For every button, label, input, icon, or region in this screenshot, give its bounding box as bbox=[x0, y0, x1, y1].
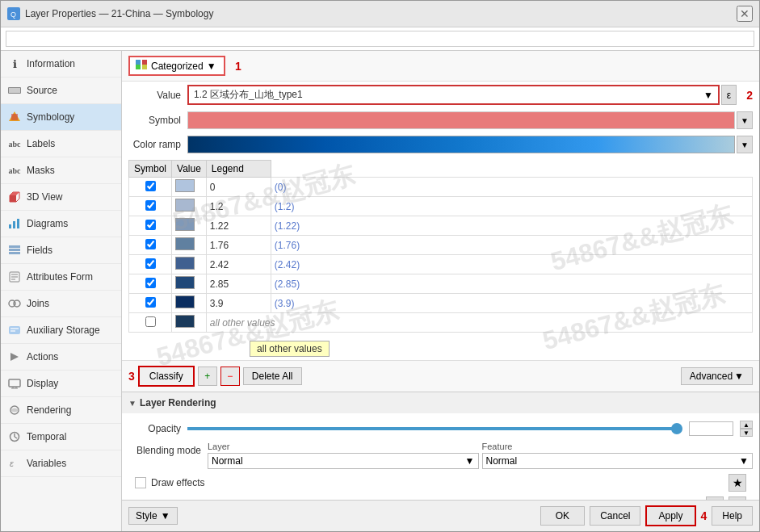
value-input-text: 1.2 区域分布_山地_type1 bbox=[194, 88, 303, 102]
sidebar-item-variables[interactable]: ε Variables bbox=[1, 450, 121, 477]
actions-icon bbox=[7, 350, 22, 364]
sidebar-item-attributesform[interactable]: Attributes Form bbox=[1, 264, 121, 291]
row-checkbox[interactable] bbox=[145, 278, 156, 288]
advanced-button[interactable]: Advanced ▼ bbox=[681, 367, 753, 385]
color-swatch[interactable] bbox=[175, 257, 195, 270]
sidebar-label-rendering: Rendering bbox=[27, 404, 71, 416]
title-bar-left: Q Layer Properties — 21-China — Symbolog… bbox=[7, 7, 213, 20]
sidebar-item-labels[interactable]: abc Labels bbox=[1, 131, 121, 157]
draw-effects-star-button[interactable]: ★ bbox=[729, 474, 746, 492]
svg-rect-11 bbox=[17, 219, 19, 228]
sidebar-item-temporal[interactable]: Temporal bbox=[1, 424, 121, 450]
blending-row: Blending mode Layer Normal ▼ Feature bbox=[128, 439, 753, 471]
symbol-swatch[interactable] bbox=[187, 111, 735, 129]
add-button[interactable]: + bbox=[198, 367, 217, 386]
epsilon-button[interactable]: ε bbox=[721, 85, 737, 105]
sidebar-item-3dview[interactable]: 3D View bbox=[1, 184, 121, 211]
layer-blend-select[interactable]: Normal ▼ bbox=[208, 453, 479, 469]
row-checkbox[interactable] bbox=[145, 239, 156, 249]
cancel-button[interactable]: Cancel bbox=[590, 506, 640, 526]
color-swatch[interactable] bbox=[175, 276, 195, 289]
delete-all-button[interactable]: Delete All bbox=[243, 367, 302, 385]
sidebar-item-information[interactable]: ℹ Information bbox=[1, 51, 121, 77]
table-header-value: Value bbox=[172, 161, 207, 178]
control-rendering-row: Control feature rendering order ↑ ↓ bbox=[128, 494, 753, 500]
sidebar-item-rendering[interactable]: Rendering bbox=[1, 397, 121, 424]
labels-icon: abc bbox=[7, 136, 22, 151]
legend-cell: (2.85) bbox=[271, 274, 752, 294]
sidebar-label-temporal: Temporal bbox=[27, 431, 66, 442]
sidebar: ℹ Information Source Symbology abc Labe bbox=[1, 51, 122, 531]
annotation-4: 4 bbox=[701, 509, 708, 522]
svg-marker-24 bbox=[10, 353, 19, 361]
svg-text:Q: Q bbox=[10, 10, 16, 19]
opacity-slider[interactable] bbox=[187, 427, 682, 430]
opacity-up-button[interactable]: ▲ bbox=[740, 421, 753, 429]
row-checkbox[interactable] bbox=[145, 200, 156, 211]
check-cell bbox=[129, 197, 172, 216]
help-button[interactable]: Help bbox=[712, 506, 753, 526]
search-input[interactable] bbox=[6, 31, 754, 47]
svg-rect-12 bbox=[9, 245, 20, 248]
sidebar-item-auxiliarystorage[interactable]: Auxiliary Storage bbox=[1, 317, 121, 344]
color-swatch-other[interactable] bbox=[175, 315, 195, 328]
row-checkbox[interactable] bbox=[145, 258, 156, 269]
svg-rect-10 bbox=[13, 221, 15, 228]
remove-button[interactable]: − bbox=[220, 367, 240, 386]
svg-rect-37 bbox=[142, 65, 147, 69]
rendering-icon bbox=[7, 403, 22, 417]
value-input[interactable]: 1.2 区域分布_山地_type1 ▼ bbox=[187, 85, 720, 105]
renderer-select[interactable]: Categorized ▼ bbox=[128, 56, 225, 76]
color-swatch[interactable] bbox=[175, 295, 195, 308]
color-swatch[interactable] bbox=[175, 179, 195, 192]
table-row: 3.9 (3.9) bbox=[129, 294, 753, 313]
style-button[interactable]: Style ▼ bbox=[128, 507, 178, 525]
opacity-value-input[interactable]: 100.0 % bbox=[689, 421, 733, 436]
value-cell: 2.85 bbox=[206, 274, 271, 294]
color-swatch[interactable] bbox=[175, 237, 195, 250]
sidebar-item-masks[interactable]: abc Masks bbox=[1, 157, 121, 184]
value-row: Value 1.2 区域分布_山地_type1 ▼ ε 2 bbox=[122, 82, 759, 108]
row-checkbox[interactable] bbox=[145, 220, 156, 230]
sidebar-item-source[interactable]: Source bbox=[1, 77, 121, 104]
color-swatch[interactable] bbox=[175, 218, 195, 231]
opacity-down-button[interactable]: ▼ bbox=[740, 429, 753, 437]
classify-button[interactable]: Classify bbox=[138, 366, 195, 387]
main-content: ℹ Information Source Symbology abc Labe bbox=[1, 51, 759, 531]
color-swatch[interactable] bbox=[175, 199, 195, 212]
legend-cell: (1.22) bbox=[271, 216, 752, 236]
swatch-cell bbox=[172, 236, 207, 255]
close-button[interactable]: ✕ bbox=[737, 6, 753, 22]
layer-rendering-header[interactable]: ▼ Layer Rendering bbox=[122, 392, 759, 413]
sidebar-item-symbology[interactable]: Symbology bbox=[1, 104, 121, 131]
colorramp-dropdown-arrow[interactable]: ▼ bbox=[737, 136, 753, 153]
row-checkbox[interactable] bbox=[145, 297, 156, 308]
sidebar-label-variables: Variables bbox=[27, 458, 66, 469]
value-cell: 1.2 bbox=[206, 197, 271, 216]
check-cell bbox=[129, 236, 172, 255]
annotation-1: 1 bbox=[235, 60, 241, 73]
joins-icon bbox=[7, 296, 22, 311]
feature-blend-arrow: ▼ bbox=[739, 455, 749, 467]
draw-effects-checkbox[interactable] bbox=[135, 477, 146, 488]
display-icon bbox=[7, 376, 22, 391]
ok-button[interactable]: OK bbox=[540, 506, 585, 526]
feature-blend-select[interactable]: Normal ▼ bbox=[482, 453, 754, 469]
sidebar-item-diagrams[interactable]: Diagrams bbox=[1, 211, 121, 237]
table-header-legend: Legend bbox=[206, 161, 271, 178]
sidebar-item-fields[interactable]: Fields bbox=[1, 237, 121, 264]
sidebar-item-joins[interactable]: Joins bbox=[1, 291, 121, 317]
sidebar-item-display[interactable]: Display bbox=[1, 371, 121, 397]
sidebar-item-actions[interactable]: Actions bbox=[1, 344, 121, 371]
symbol-input-group: ▼ bbox=[187, 111, 753, 129]
colorramp-swatch[interactable] bbox=[187, 136, 735, 153]
swatch-cell bbox=[172, 255, 207, 274]
row-checkbox-other[interactable] bbox=[145, 316, 156, 327]
apply-button[interactable]: Apply bbox=[645, 505, 695, 526]
sidebar-label-information: Information bbox=[27, 58, 75, 69]
svg-rect-22 bbox=[10, 328, 19, 329]
symbol-dropdown-arrow[interactable]: ▼ bbox=[737, 111, 753, 129]
window-title: Layer Properties — 21-China — Symbology bbox=[25, 8, 213, 19]
row-checkbox[interactable] bbox=[145, 181, 156, 191]
variables-icon: ε bbox=[7, 456, 22, 471]
